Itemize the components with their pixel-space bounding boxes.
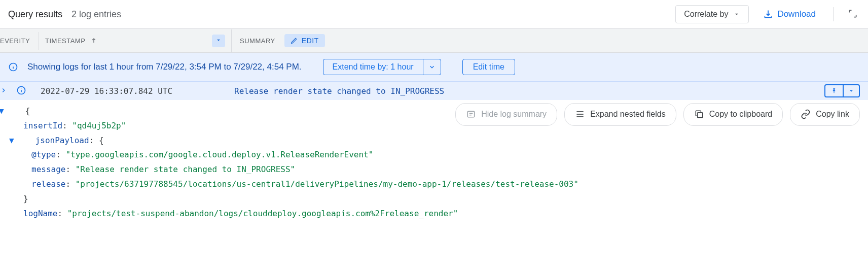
hide-summary-label: Hide log summary bbox=[481, 107, 547, 122]
download-button[interactable]: Download bbox=[758, 5, 821, 23]
caret-down-icon bbox=[848, 87, 855, 94]
extend-time-dropdown[interactable] bbox=[423, 59, 441, 75]
json-line: } bbox=[5, 192, 868, 207]
results-header: Query results 2 log entries Correlate by… bbox=[0, 0, 868, 28]
json-brace: { bbox=[99, 136, 104, 145]
log-json-body: Hide log summary Expand nested fields Co… bbox=[0, 100, 868, 225]
json-line: message: "Release render state changed t… bbox=[5, 162, 868, 177]
json-value: "type.googleapis.com/google.cloud.deploy… bbox=[65, 150, 373, 159]
json-line: release: "projects/637197788545/location… bbox=[5, 177, 868, 192]
page-title: Query results bbox=[8, 9, 62, 20]
pin-icon bbox=[830, 87, 838, 94]
correlate-label: Correlate by bbox=[684, 10, 728, 19]
time-range-info-bar: Showing logs for last 1 hour from 7/29/2… bbox=[0, 53, 868, 81]
copy-link-button[interactable]: Copy link bbox=[790, 103, 860, 126]
json-action-bar: Hide log summary Expand nested fields Co… bbox=[455, 103, 860, 126]
link-icon bbox=[801, 109, 811, 119]
caret-down-icon bbox=[733, 11, 740, 18]
info-icon bbox=[8, 62, 18, 72]
extend-time-button[interactable]: Extend time by: 1 hour bbox=[323, 59, 423, 75]
divider bbox=[833, 7, 834, 21]
json-line: logName: "projects/test-suspend-abandon/… bbox=[5, 207, 868, 221]
info-icon bbox=[16, 85, 26, 95]
expand-button[interactable] bbox=[846, 7, 860, 22]
download-icon bbox=[763, 9, 773, 19]
extend-time-label: Extend time by: 1 hour bbox=[333, 62, 414, 72]
copy-clipboard-button[interactable]: Copy to clipboard bbox=[683, 103, 783, 126]
expand-icon bbox=[848, 9, 858, 19]
json-key: release bbox=[31, 179, 65, 189]
caret-down-icon bbox=[215, 37, 222, 44]
list-icon bbox=[575, 109, 585, 119]
pin-dropdown[interactable] bbox=[843, 85, 859, 96]
col-header-timestamp[interactable]: TIMESTAMP bbox=[39, 29, 232, 52]
summary-icon bbox=[466, 109, 476, 119]
json-brace: { bbox=[25, 106, 30, 116]
collapse-caret[interactable]: ▼ bbox=[13, 104, 20, 119]
download-label: Download bbox=[777, 9, 816, 19]
col-header-severity[interactable]: EVERITY bbox=[0, 32, 39, 50]
json-key: logName bbox=[23, 209, 57, 218]
chevron-down-icon bbox=[428, 63, 436, 71]
edit-summary-button[interactable]: EDIT bbox=[284, 34, 325, 47]
edit-label: EDIT bbox=[302, 37, 319, 45]
severity-info-icon[interactable] bbox=[15, 85, 27, 97]
log-summary-text: Release render state changed to IN_PROGR… bbox=[234, 86, 817, 96]
timestamp-label: TIMESTAMP bbox=[45, 37, 85, 45]
copy-clipboard-label: Copy to clipboard bbox=[709, 107, 773, 122]
svg-rect-6 bbox=[468, 112, 475, 118]
pin-button[interactable] bbox=[825, 85, 843, 96]
copy-icon bbox=[694, 109, 704, 119]
log-entry-row[interactable]: 2022-07-29 16:33:07.842 UTC Release rend… bbox=[0, 81, 868, 100]
expand-nested-label: Expand nested fields bbox=[590, 107, 666, 122]
correlate-by-button[interactable]: Correlate by bbox=[675, 5, 749, 23]
json-key: insertId bbox=[23, 121, 62, 130]
json-key: @type bbox=[31, 150, 56, 159]
expand-nested-button[interactable]: Expand nested fields bbox=[564, 103, 676, 126]
json-value: "Release render state changed to IN_PROG… bbox=[76, 164, 295, 174]
column-header-row: EVERITY TIMESTAMP SUMMARY EDIT bbox=[0, 28, 868, 53]
col-header-summary: SUMMARY EDIT bbox=[232, 29, 333, 52]
log-timestamp: 2022-07-29 16:33:07.842 UTC bbox=[34, 86, 227, 96]
summary-label: SUMMARY bbox=[240, 37, 275, 45]
json-value: "projects/637197788545/locations/us-cent… bbox=[76, 179, 578, 189]
copy-link-label: Copy link bbox=[816, 107, 849, 122]
json-value: "projects/test-suspend-abandon/logs/clou… bbox=[67, 209, 458, 218]
expand-arrow-icon[interactable] bbox=[0, 87, 8, 95]
json-brace: } bbox=[23, 194, 28, 204]
arrow-up-icon bbox=[90, 37, 97, 44]
pencil-icon bbox=[291, 37, 298, 44]
json-line: ▼ jsonPayload: { bbox=[5, 134, 868, 148]
json-value: "qd4uj5b2p" bbox=[72, 121, 126, 130]
pin-split-button bbox=[824, 84, 860, 97]
json-line: @type: "type.googleapis.com/google.cloud… bbox=[5, 148, 868, 162]
time-range-text: Showing logs for last 1 hour from 7/29/2… bbox=[27, 62, 302, 72]
timestamp-dropdown[interactable] bbox=[212, 35, 225, 47]
edit-time-button[interactable]: Edit time bbox=[462, 59, 515, 75]
collapse-caret[interactable]: ▼ bbox=[23, 134, 30, 148]
json-key: message bbox=[31, 164, 65, 174]
json-key: jsonPayload bbox=[35, 136, 89, 145]
extend-time-split-button: Extend time by: 1 hour bbox=[323, 59, 441, 75]
hide-log-summary-button: Hide log summary bbox=[455, 103, 557, 126]
chevron-right-icon bbox=[0, 87, 7, 94]
svg-rect-12 bbox=[697, 113, 702, 118]
entry-count: 2 log entries bbox=[71, 9, 121, 20]
